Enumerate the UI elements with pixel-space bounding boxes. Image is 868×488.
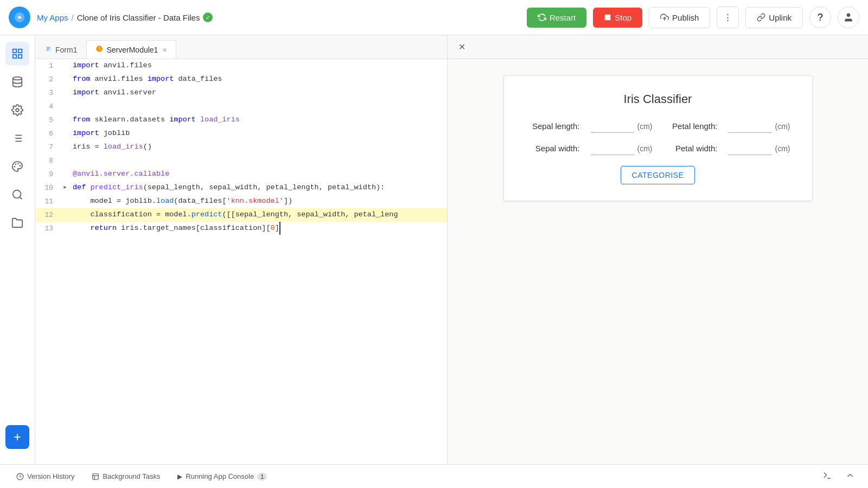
- restart-button[interactable]: Restart: [527, 8, 586, 28]
- code-line-11: 11 model = joblib.load(data_files['knn.s…: [35, 195, 447, 208]
- preview-content: Iris Classifier Sepal length: (cm) Petal…: [448, 59, 868, 464]
- petal-length-unit: (cm): [775, 122, 790, 131]
- bottom-tab-background-tasks[interactable]: Background Tasks: [84, 469, 168, 484]
- petal-width-label: Petal width:: [663, 144, 718, 153]
- sepal-width-input[interactable]: [591, 142, 634, 155]
- form-row-1: Sepal length: (cm) Petal length: (cm): [526, 119, 790, 133]
- console-label: Running App Console: [186, 472, 254, 480]
- svg-point-16: [18, 164, 18, 164]
- sidebar-item-search[interactable]: [5, 183, 29, 207]
- code-line-10: 10 ▸ def predict_iris(sepal_length, sepa…: [35, 181, 447, 195]
- code-line-3: 3 import anvil.server: [35, 86, 447, 100]
- restart-label: Restart: [550, 13, 576, 22]
- svg-rect-6: [13, 55, 16, 58]
- close-preview-button[interactable]: ✕: [454, 40, 469, 55]
- code-line-8: 8: [35, 154, 447, 168]
- svg-point-8: [13, 77, 22, 80]
- svg-point-9: [16, 108, 19, 112]
- svg-point-18: [15, 164, 16, 164]
- code-line-13: 13 return iris.target_names[classificati…: [35, 222, 447, 235]
- svg-point-19: [15, 166, 15, 167]
- svg-rect-4: [13, 49, 16, 53]
- petal-width-input[interactable]: [729, 142, 772, 155]
- tab-servermodule1-label: ServerModule1: [106, 46, 158, 54]
- my-apps-link[interactable]: My Apps: [37, 13, 68, 22]
- sidebar-item-assets[interactable]: [5, 211, 29, 235]
- sidebar-item-components[interactable]: [5, 42, 29, 66]
- tab-bar: Form1 ServerModule1 ×: [35, 35, 447, 59]
- form-icon: [44, 45, 52, 54]
- petal-length-input-group: (cm): [729, 119, 790, 133]
- sidebar-item-database[interactable]: [5, 70, 29, 94]
- svg-rect-25: [93, 473, 99, 479]
- sidebar-item-theme[interactable]: [5, 155, 29, 178]
- sidebar-bottom: +: [5, 425, 29, 458]
- publish-button[interactable]: Publish: [649, 7, 710, 28]
- code-line-7: 7 iris = load_iris(): [35, 140, 447, 154]
- form-row-2: Sepal width: (cm) Petal width: (cm): [526, 142, 790, 155]
- breadcrumb: My Apps / Clone of Iris Classifier - Dat…: [37, 12, 213, 22]
- preview-header: ✕: [448, 35, 868, 59]
- svg-rect-1: [605, 15, 611, 21]
- petal-width-input-group: (cm): [729, 142, 790, 155]
- code-line-1: 1 import anvil.files: [35, 59, 447, 73]
- server-icon: [95, 45, 103, 54]
- tab-form1-label: Form1: [55, 46, 77, 54]
- sepal-length-label: Sepal length:: [526, 121, 580, 131]
- sepal-length-input-group: (cm): [591, 119, 653, 133]
- svg-rect-5: [18, 49, 22, 53]
- sepal-width-unit: (cm): [637, 144, 653, 153]
- tab-close-button[interactable]: ×: [162, 46, 167, 54]
- app-title: Iris Classifier: [526, 92, 790, 106]
- terminal-button[interactable]: [818, 468, 837, 485]
- preview-panel: ✕ Iris Classifier Sepal length: (cm) Pet…: [448, 35, 868, 464]
- sepal-width-label: Sepal width:: [526, 144, 580, 153]
- breadcrumb-separator: /: [72, 13, 74, 22]
- svg-point-3: [847, 14, 851, 17]
- svg-rect-7: [18, 55, 22, 58]
- sepal-width-input-group: (cm): [591, 142, 653, 155]
- version-history-label: Version History: [27, 472, 74, 480]
- console-badge: 1: [257, 473, 267, 480]
- code-line-2: 2 from anvil.files import data_files: [35, 73, 447, 86]
- help-button[interactable]: ?: [809, 7, 831, 28]
- sidebar-item-list[interactable]: [5, 126, 29, 150]
- background-tasks-label: Background Tasks: [103, 472, 160, 480]
- code-line-4: 4: [35, 100, 447, 113]
- bottom-tab-console[interactable]: ▶ Running App Console 1: [170, 469, 275, 484]
- sepal-length-input[interactable]: [591, 119, 634, 133]
- user-button[interactable]: [838, 7, 859, 28]
- petal-length-input[interactable]: [729, 119, 772, 133]
- bottom-tab-version-history[interactable]: Version History: [9, 469, 82, 484]
- uplink-button[interactable]: Uplink: [745, 7, 803, 28]
- svg-line-21: [20, 197, 22, 199]
- bottom-bar: Version History Background Tasks ▶ Runni…: [0, 464, 868, 488]
- tab-servermodule1[interactable]: ServerModule1 ×: [86, 40, 176, 59]
- petal-width-unit: (cm): [775, 144, 790, 153]
- code-editor[interactable]: 1 import anvil.files 2 from anvil.files …: [35, 59, 447, 464]
- more-options-button[interactable]: ⋮: [717, 7, 739, 28]
- code-line-5: 5 from sklearn.datasets import load_iris: [35, 113, 447, 127]
- app-name: Clone of Iris Classifier - Data Files: [77, 13, 200, 22]
- status-indicator: ✓: [203, 12, 213, 22]
- app-logo[interactable]: [9, 7, 30, 28]
- main-content: + Form1 ServerModule1: [0, 35, 868, 464]
- sidebar: +: [0, 35, 35, 464]
- stop-button[interactable]: Stop: [593, 8, 642, 28]
- editor-area: Form1 ServerModule1 × 1 import anvil.fil…: [35, 35, 448, 464]
- add-button[interactable]: +: [5, 425, 29, 449]
- app-card: Iris Classifier Sepal length: (cm) Petal…: [503, 75, 813, 201]
- stop-label: Stop: [615, 13, 631, 22]
- petal-length-label: Petal length:: [663, 121, 718, 131]
- sidebar-item-settings[interactable]: [5, 98, 29, 122]
- publish-label: Publish: [672, 13, 699, 22]
- tab-form1[interactable]: Form1: [35, 40, 86, 59]
- categorise-button[interactable]: CATEGORISE: [621, 166, 695, 184]
- svg-point-17: [20, 165, 21, 166]
- code-line-6: 6 import joblib: [35, 127, 447, 140]
- uplink-label: Uplink: [769, 13, 792, 22]
- topbar: My Apps / Clone of Iris Classifier - Dat…: [0, 0, 868, 35]
- collapse-button[interactable]: [841, 468, 859, 485]
- console-arrow-icon: ▶: [177, 473, 182, 480]
- code-line-12: 12 classification = model.predict([[sepa…: [35, 208, 447, 222]
